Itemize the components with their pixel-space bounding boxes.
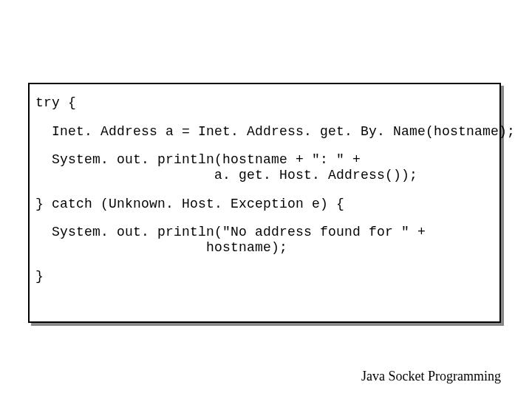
blank-line bbox=[35, 111, 494, 124]
blank-line bbox=[35, 256, 494, 269]
code-box: try { Inet. Address a = Inet. Address. g… bbox=[28, 83, 501, 323]
code-line: } bbox=[35, 269, 494, 284]
code-line: } catch (Unknown. Host. Exception e) { bbox=[35, 197, 494, 212]
code-line: System. out. println("No address found f… bbox=[35, 225, 494, 240]
code-line: Inet. Address a = Inet. Address. get. By… bbox=[35, 124, 494, 140]
code-line: try { bbox=[35, 95, 494, 111]
blank-line bbox=[35, 211, 494, 225]
blank-line bbox=[35, 139, 494, 152]
code-line: a. get. Host. Address()); bbox=[35, 168, 494, 183]
code-line: System. out. println(hostname + ": " + bbox=[35, 152, 494, 168]
blank-line bbox=[35, 183, 494, 197]
code-line: hostname); bbox=[35, 240, 494, 256]
footer-text: Java Socket Programming bbox=[361, 369, 501, 384]
